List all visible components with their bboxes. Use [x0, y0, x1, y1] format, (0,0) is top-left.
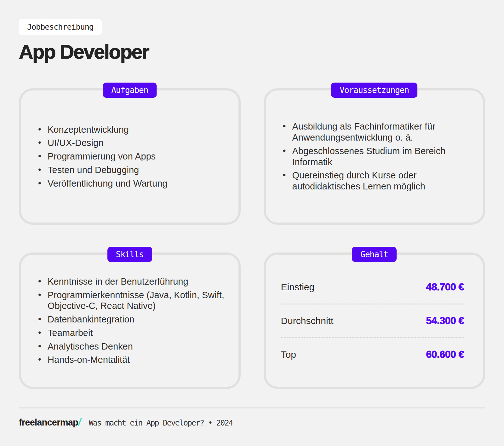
- dashed-divider: [281, 337, 464, 338]
- list-item: Konzeptentwicklung: [36, 124, 230, 135]
- list-item: Ausbildung als Fachinformatiker für Anwe…: [281, 121, 474, 143]
- footer-caption: Was macht ein App Developer? • 2024: [89, 418, 233, 427]
- salary-value: 60.600 €: [426, 349, 464, 360]
- list-item: Teamarbeit: [36, 327, 230, 339]
- list-item: Abgeschlossenes Studium im Bereich Infor…: [281, 146, 474, 168]
- card-gehalt: Gehalt Einstieg 48.700 € Durchschnitt 54…: [264, 252, 485, 389]
- salary-value: 48.700 €: [426, 281, 464, 293]
- list-item: Programmierkenntnisse (Java, Kotlin, Swi…: [36, 290, 230, 312]
- logo-slash: /: [78, 417, 81, 428]
- skills-list: Kenntnisse in der Benutzerführung Progra…: [21, 274, 238, 368]
- page-header: Jobbeschreibung App Developer: [19, 19, 485, 62]
- freelancermap-logo: freelancermap/: [19, 417, 81, 428]
- card-voraussetzungen: Voraussetzungen Ausbildung als Fachinfor…: [264, 88, 485, 225]
- salary-label: Einstieg: [281, 282, 315, 293]
- list-item: Hands-on-Mentalität: [36, 354, 230, 365]
- cards-grid: Aufgaben Konzeptentwicklung UI/UX-Design…: [19, 88, 485, 389]
- dashed-divider: [281, 304, 464, 304]
- list-item: Programmierung von Apps: [36, 151, 230, 162]
- salary-row-top: Top 60.600 €: [281, 345, 464, 365]
- salary-label: Durchschnitt: [281, 316, 334, 326]
- salary-row-einstieg: Einstieg 48.700 €: [281, 277, 464, 297]
- logo-text: freelancermap: [19, 417, 78, 427]
- salary-value: 54.300 €: [426, 315, 464, 327]
- card-aufgaben: Aufgaben Konzeptentwicklung UI/UX-Design…: [19, 88, 241, 225]
- jobdescription-tag-badge: Jobbeschreibung: [19, 19, 102, 35]
- page-footer: freelancermap/ Was macht ein App Develop…: [19, 407, 485, 428]
- salary-row-durchschnitt: Durchschnitt 54.300 €: [281, 311, 464, 331]
- voraussetzungen-list: Ausbildung als Fachinformatiker für Anwe…: [266, 119, 483, 194]
- list-item: UI/UX-Design: [36, 137, 230, 148]
- card-skills: Skills Kenntnisse in der Benutzerführung…: [19, 252, 241, 389]
- aufgaben-list: Konzeptentwicklung UI/UX-Design Programm…: [21, 122, 238, 192]
- card-badge-voraussetzungen: Voraussetzungen: [331, 83, 417, 98]
- list-item: Testen und Debugging: [36, 165, 230, 176]
- list-item: Datenbankintegration: [36, 314, 230, 325]
- list-item: Analytisches Denken: [36, 341, 230, 352]
- list-item: Quereinstieg durch Kurse oder autodidakt…: [281, 170, 474, 192]
- salary-table: Einstieg 48.700 € Durchschnitt 54.300 € …: [266, 277, 483, 365]
- list-item: Kenntnisse in der Benutzerführung: [36, 276, 230, 287]
- card-badge-aufgaben: Aufgaben: [103, 83, 157, 98]
- salary-label: Top: [281, 349, 296, 360]
- page-title: App Developer: [19, 42, 485, 62]
- card-badge-skills: Skills: [107, 247, 152, 262]
- list-item: Veröffentlichung und Wartung: [36, 178, 230, 189]
- card-badge-gehalt: Gehalt: [352, 247, 397, 262]
